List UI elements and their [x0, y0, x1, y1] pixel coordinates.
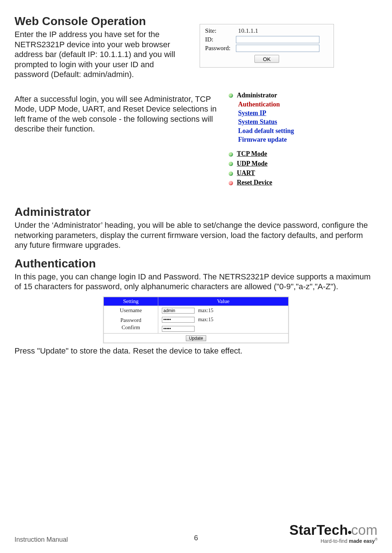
- bullet-icon: [229, 93, 233, 98]
- para-web-console-intro: Enter the IP address you have set for th…: [15, 29, 189, 80]
- brand-logo: StarTechcom Hard-to-find made easy®: [289, 523, 377, 544]
- nav-system-status[interactable]: System Status: [238, 117, 294, 126]
- login-site-label: Site:: [204, 27, 234, 35]
- auth-password-input[interactable]: [162, 317, 195, 323]
- auth-password-label: Password: [121, 317, 142, 323]
- auth-col-setting: Setting: [104, 297, 158, 306]
- nav-tcp-mode[interactable]: TCP Mode: [237, 149, 268, 158]
- bullet-icon: [229, 181, 233, 185]
- auth-confirm-label: Confirm: [122, 324, 140, 330]
- para-authentication: In this page, you can change login ID an…: [15, 272, 377, 292]
- auth-password-hint: max:15: [198, 317, 213, 322]
- auth-username-hint: max:15: [198, 308, 213, 313]
- auth-username-label: Username: [104, 306, 158, 315]
- login-ok-button[interactable]: OK: [254, 55, 279, 63]
- brand-part1: StarTech: [289, 522, 348, 538]
- nav-udp-mode[interactable]: UDP Mode: [237, 159, 268, 168]
- footer-manual-label: Instruction Manual: [15, 536, 68, 544]
- para-after-login: After a successful login, you will see A…: [15, 94, 218, 134]
- login-panel: Site: 10.1.1.1 ID: Password: OK: [200, 24, 334, 68]
- brand-reg: ®: [375, 537, 377, 541]
- bullet-icon: [229, 171, 233, 176]
- nav-load-default[interactable]: Load default setting: [238, 126, 294, 135]
- login-site-value: 10.1.1.1: [234, 27, 330, 35]
- bullet-icon: [229, 152, 233, 157]
- auth-table: Setting Value Username max:15 Password C…: [103, 297, 289, 343]
- login-id-label: ID:: [204, 35, 234, 44]
- brand-tag2: made easy: [349, 538, 375, 544]
- auth-col-value: Value: [158, 297, 289, 306]
- para-after-update: Press "Update" to store the data. Reset …: [15, 346, 377, 356]
- nav-authentication[interactable]: Authentication: [238, 100, 294, 109]
- brand-dot-icon: [348, 531, 351, 534]
- nav-uart[interactable]: UART: [237, 169, 255, 177]
- nav-reset-device[interactable]: Reset Device: [237, 178, 272, 187]
- footer-page-number: 6: [194, 534, 198, 542]
- nav-tree: Administrator Authentication System IP S…: [229, 90, 294, 187]
- nav-firmware-update[interactable]: Firmware update: [238, 135, 294, 144]
- auth-confirm-input[interactable]: [162, 326, 195, 332]
- login-password-label: Password:: [204, 44, 234, 53]
- login-id-input[interactable]: [236, 36, 319, 43]
- nav-administrator[interactable]: Administrator: [237, 91, 277, 100]
- nav-system-ip[interactable]: System IP: [238, 109, 294, 117]
- heading-web-console: Web Console Operation: [15, 15, 189, 28]
- login-password-input[interactable]: [236, 45, 319, 52]
- heading-authentication: Authentication: [15, 257, 377, 270]
- auth-update-button[interactable]: Update: [186, 335, 207, 341]
- auth-username-input[interactable]: [162, 308, 195, 314]
- brand-tag1: Hard-to-find: [320, 538, 349, 544]
- brand-part2: com: [351, 522, 377, 538]
- heading-administrator: Administrator: [15, 205, 377, 219]
- bullet-icon: [229, 162, 233, 166]
- para-administrator: Under the ‘Administrator’ heading, you w…: [15, 220, 377, 250]
